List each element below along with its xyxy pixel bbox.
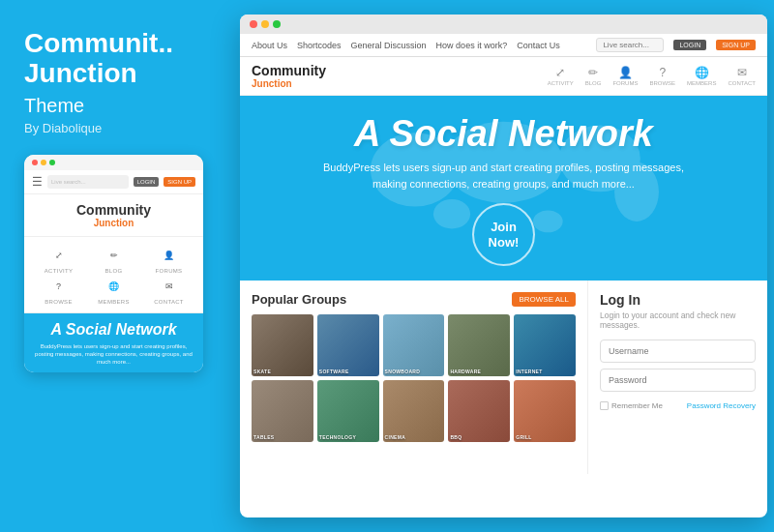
header-forums-icon: 👤 [618,66,633,79]
header-browse-icon: ? [659,66,666,79]
mobile-dot-yellow [41,160,46,165]
group-label: HARDWARE [450,369,481,374]
header-contact[interactable]: ✉ CONTACT [728,66,756,86]
header-forums[interactable]: 👤 FORUMS [612,66,638,86]
remember-me-label: Remember Me [611,401,663,410]
browse-label: BROWSE [45,299,72,305]
members-icon: 🌐 [104,276,125,297]
group-thumb-technology[interactable]: TECHNOLOGY [317,380,379,442]
group-thumb-skate[interactable]: SKATE [252,314,313,376]
mobile-logo-main: Community [34,202,194,218]
blog-label: BLOG [105,268,123,274]
group-thumb-grill[interactable]: GRILL [514,380,576,442]
members-label: MEMBERS [98,299,129,305]
group-label: SOFTWARE [319,369,349,374]
join-now-button[interactable]: JoinNow! [472,203,535,266]
header-browse[interactable]: ? BROWSE [649,66,675,86]
site-search-input[interactable] [596,38,664,52]
header-browse-label: BROWSE [649,80,675,86]
site-login-button[interactable]: LOGIN [673,40,706,50]
hero-desc: BuddyPress lets users sign-up and start … [320,160,688,192]
remember-me: Remember Me [600,401,663,410]
nav-contact[interactable]: Contact Us [517,41,560,50]
mobile-icons-grid: ⤢ ACTIVITY ✏ BLOG 👤 FORUMS ? BROWSE 🌐 ME… [24,237,203,313]
login-panel: Log In Login to your account and check n… [588,281,767,474]
header-activity-icon: ⤢ [555,66,565,79]
mobile-nav: ☰ Live search... LOGIN SIGN UP [24,170,203,194]
contact-icon: ✉ [159,276,180,297]
login-desc: Login to your account and check new mess… [600,310,756,330]
remember-checkbox[interactable] [600,401,609,410]
theme-title: Communit.. Junction [24,29,208,89]
mobile-mockup: ☰ Live search... LOGIN SIGN UP Community… [24,155,203,372]
hamburger-icon: ☰ [32,175,43,189]
header-blog[interactable]: ✏ BLOG [585,66,602,86]
nav-how[interactable]: How does it work? [436,41,508,50]
header-forums-label: FORUMS [612,80,638,86]
mobile-icon-activity[interactable]: ⤢ ACTIVITY [32,245,85,274]
groups-grid: SKATE SOFTWARE SNOWBOARD HARDWARE INTERN… [252,314,576,442]
header-members-icon: 🌐 [695,66,709,79]
mobile-hero: A Social Network BuddyPress lets users s… [24,313,203,372]
group-label: CINEMA [385,434,406,440]
site-signup-button[interactable]: SIGN UP [716,40,756,50]
nav-general[interactable]: General Discussion [351,41,427,50]
header-activity[interactable]: ⤢ ACTIVITY [548,66,574,86]
left-panel: Communit.. Junction Theme By Diabolique … [0,0,232,532]
group-thumb-snowboard[interactable]: SNOWBOARD [383,314,445,376]
group-label: SNOWBOARD [385,369,421,374]
group-label: SKATE [253,369,271,374]
mobile-icon-contact[interactable]: ✉ CONTACT [142,276,195,305]
hero-section: A Social Network BuddyPress lets users s… [240,96,767,281]
mobile-icon-blog[interactable]: ✏ BLOG [87,245,140,274]
mobile-icon-forums[interactable]: 👤 FORUMS [142,245,195,274]
forums-icon: 👤 [159,245,180,266]
browser-window: About Us Shortcodes General Discussion H… [240,15,767,517]
group-thumb-internet[interactable]: INTERNET [514,314,576,376]
header-activity-label: ACTIVITY [548,80,574,86]
mobile-logo-area: Community Junction [24,194,203,237]
popular-groups-panel: Popular Groups BROWSE ALL SKATE SOFTWARE… [240,281,588,474]
password-input[interactable] [600,369,756,392]
mobile-signup-button[interactable]: SIGN UP [164,177,195,187]
header-members[interactable]: 🌐 MEMBERS [687,66,716,86]
browse-all-button[interactable]: BROWSE ALL [512,292,576,307]
site-nav: About Us Shortcodes General Discussion H… [240,34,767,57]
header-members-label: MEMBERS [687,80,716,86]
nav-shortcodes[interactable]: Shortcodes [297,41,342,50]
mobile-search-bar: Live search... [47,175,129,189]
forums-label: FORUMS [156,268,183,274]
group-thumb-cinema[interactable]: CINEMA [383,380,445,442]
mobile-hero-title: A Social Network [32,321,195,339]
site-header-icons: ⤢ ACTIVITY ✏ BLOG 👤 FORUMS ? BROWSE 🌐 ME… [548,66,756,86]
svg-point-5 [533,210,563,232]
site-logo-main: Community [252,63,326,78]
svg-point-4 [433,199,470,229]
group-thumb-hardware[interactable]: HARDWARE [448,314,510,376]
mobile-login-button[interactable]: LOGIN [134,177,160,187]
group-label: TABLES [253,434,274,440]
header-blog-icon: ✏ [588,66,598,79]
group-thumb-software[interactable]: SOFTWARE [317,314,379,376]
login-options: Remember Me Password Recovery [600,401,756,410]
theme-subtitle: Theme [24,95,208,117]
group-thumb-tables[interactable]: TABLES [252,380,313,442]
password-recovery-link[interactable]: Password Recovery [687,401,756,410]
mobile-icon-members[interactable]: 🌐 MEMBERS [87,276,140,305]
site-header: Community Junction ⤢ ACTIVITY ✏ BLOG 👤 F… [240,57,767,96]
browser-dot-green [273,20,281,28]
header-blog-label: BLOG [585,80,602,86]
username-input[interactable] [600,340,756,363]
group-label: GRILL [516,434,532,440]
mobile-hero-text: BuddyPress lets users sign-up and start … [32,342,195,367]
popular-groups-title: Popular Groups [252,292,512,307]
header-contact-icon: ✉ [737,66,747,79]
group-thumb-bbq[interactable]: BBQ [448,380,510,442]
mobile-icon-browse[interactable]: ? BROWSE [32,276,85,305]
site-logo-sub: Junction [252,78,326,89]
activity-label: ACTIVITY [45,268,73,274]
activity-icon: ⤢ [48,245,70,266]
nav-about[interactable]: About Us [252,41,287,50]
mobile-dot-green [49,160,55,165]
login-title: Log In [600,292,756,308]
